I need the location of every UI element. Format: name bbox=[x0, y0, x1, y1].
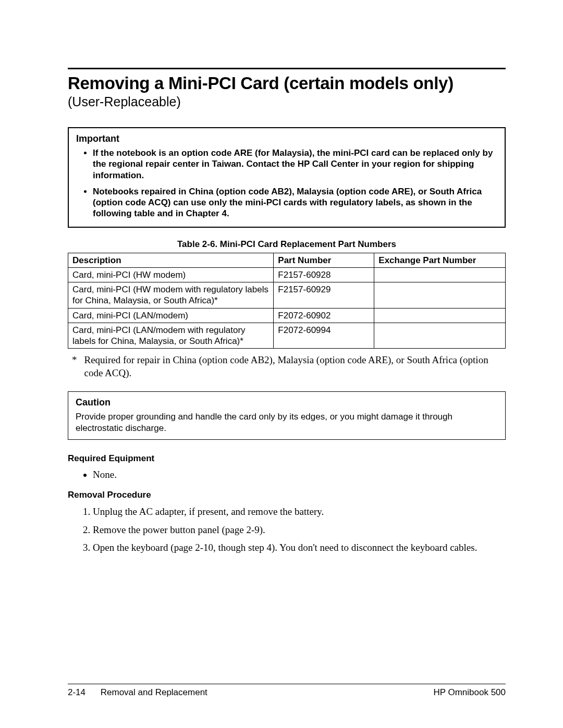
list-item: Unplug the AC adapter, if present, and r… bbox=[93, 505, 506, 519]
removal-procedure-heading: Removal Procedure bbox=[68, 490, 506, 500]
td-exchange-part-number bbox=[374, 282, 506, 309]
footer-page-number: 2-14 bbox=[68, 687, 85, 697]
page-subtitle: (User-Replaceable) bbox=[68, 94, 506, 109]
th-exchange-part-number: Exchange Part Number bbox=[374, 253, 506, 267]
td-description: Card, mini-PCI (HW modem with regulatory… bbox=[68, 282, 274, 309]
page-title: Removing a Mini-PCI Card (certain models… bbox=[68, 73, 506, 93]
footnote-marker: * bbox=[72, 354, 77, 379]
footer-rule bbox=[68, 684, 506, 684]
important-item: If the notebook is an option code ARE (f… bbox=[93, 147, 497, 181]
table-row: Card, mini-PCI (HW modem with regulatory… bbox=[68, 282, 506, 309]
table-footnote: * Required for repair in China (option c… bbox=[72, 354, 506, 379]
footer-section: Removal and Replacement bbox=[101, 687, 207, 697]
td-description: Card, mini-PCI (LAN/modem with regulator… bbox=[68, 323, 274, 349]
th-part-number: Part Number bbox=[274, 253, 374, 267]
caution-heading: Caution bbox=[76, 397, 498, 408]
table-row: Card, mini-PCI (LAN/modem) F2072-60902 bbox=[68, 308, 506, 323]
table-header-row: Description Part Number Exchange Part Nu… bbox=[68, 253, 506, 267]
page-footer: 2-14 Removal and Replacement HP Omnibook… bbox=[68, 684, 506, 698]
important-box: Important If the notebook is an option c… bbox=[68, 127, 506, 228]
td-part-number: F2072-60902 bbox=[274, 308, 374, 323]
list-item: Remove the power button panel (page 2-9)… bbox=[93, 524, 506, 537]
list-item: None. bbox=[93, 469, 506, 480]
table-row: Card, mini-PCI (HW modem) F2157-60928 bbox=[68, 267, 506, 282]
footer-product: HP Omnibook 500 bbox=[433, 687, 506, 698]
th-description: Description bbox=[68, 253, 274, 267]
td-description: Card, mini-PCI (HW modem) bbox=[68, 267, 274, 282]
footnote-text: Required for repair in China (option cod… bbox=[84, 354, 506, 379]
required-equipment-heading: Required Equipment bbox=[68, 453, 506, 464]
required-equipment-list: None. bbox=[93, 469, 506, 480]
td-description: Card, mini-PCI (LAN/modem) bbox=[68, 308, 274, 323]
td-exchange-part-number bbox=[374, 308, 506, 323]
removal-procedure-list: Unplug the AC adapter, if present, and r… bbox=[93, 505, 506, 554]
td-exchange-part-number bbox=[374, 323, 506, 349]
caution-box: Caution Provide proper grounding and han… bbox=[68, 391, 506, 440]
td-exchange-part-number bbox=[374, 267, 506, 282]
parts-table: Description Part Number Exchange Part Nu… bbox=[68, 253, 506, 349]
table-caption: Table 2-6. Mini-PCI Card Replacement Par… bbox=[68, 239, 506, 250]
caution-text: Provide proper grounding and handle the … bbox=[76, 411, 498, 434]
td-part-number: F2157-60928 bbox=[274, 267, 374, 282]
td-part-number: F2072-60994 bbox=[274, 323, 374, 349]
title-rule bbox=[68, 68, 506, 69]
important-list: If the notebook is an option code ARE (f… bbox=[76, 147, 497, 219]
table-row: Card, mini-PCI (LAN/modem with regulator… bbox=[68, 323, 506, 349]
list-item: Open the keyboard (page 2-10, though ste… bbox=[93, 541, 506, 554]
td-part-number: F2157-60929 bbox=[274, 282, 374, 309]
important-item: Notebooks repaired in China (option code… bbox=[93, 186, 497, 219]
important-heading: Important bbox=[76, 133, 497, 144]
